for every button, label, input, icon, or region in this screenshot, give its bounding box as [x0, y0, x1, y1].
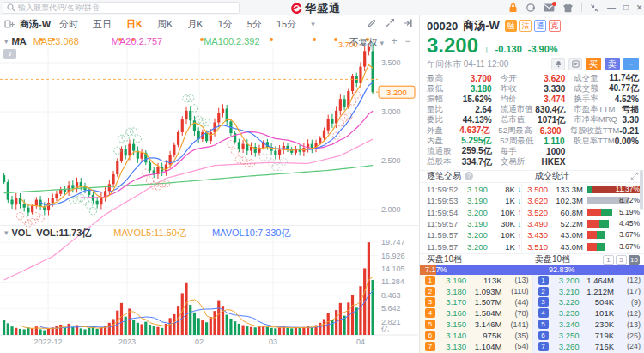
stock-tab-icon[interactable] — [4, 19, 15, 29]
stock-name: 商汤-W — [463, 18, 500, 33]
more-periods-caret-icon[interactable]: ▾ — [311, 20, 315, 28]
ask-row[interactable]: 23.2101.212M(17) — [533, 286, 644, 297]
dist-row[interactable]: 3.620102.3M8.72% — [527, 195, 641, 206]
draw-tool-icon[interactable] — [367, 18, 377, 28]
level-badge: 3 — [425, 297, 435, 307]
ask-row[interactable]: 73.260716K(24) — [533, 341, 644, 352]
tick-trades-title[interactable]: 逐笔交易 — [427, 170, 461, 182]
sell-button[interactable]: 卖 — [605, 58, 620, 70]
bid-row[interactable]: 33.1701.507M(44) — [420, 296, 532, 307]
remove-watchlist-button[interactable]: − — [623, 58, 639, 70]
trade-row[interactable]: 11:59:533.1901K↓ — [427, 195, 521, 206]
price-alert-button[interactable] — [551, 58, 565, 70]
maximize-button[interactable]: □ — [623, 0, 629, 15]
bid-row[interactable]: 63.140975K(35) — [420, 330, 532, 341]
minimize-button[interactable]: — — [607, 0, 616, 15]
vol-collapse-caret-icon[interactable]: ▾ — [4, 228, 9, 237]
search-input[interactable] — [18, 3, 235, 12]
tab-1分[interactable]: 1分 — [218, 18, 233, 31]
zoom-out-button[interactable]: − — [403, 35, 413, 47]
trade-stats-title[interactable]: 成交统计 — [535, 170, 569, 182]
stat-cell: 今开3.620 — [501, 73, 574, 84]
adjust-mode-dropdown[interactable]: 不复权 ▾ — [349, 36, 384, 49]
restore-layout-icon[interactable] — [590, 3, 599, 13]
chart-pane: 商汤-W 分时五日日K周K月K1分5分15分 ▾ ▾ MA MA5:3.068 … — [0, 15, 418, 353]
stat-value: 0.00% — [615, 137, 639, 146]
indicator-collapse-chip[interactable]: ∨ — [3, 49, 16, 59]
buy-button[interactable]: 买 — [586, 58, 601, 70]
dist-row[interactable]: 3.49052.2M4.45% — [527, 218, 641, 229]
stat-label: 总股本 — [427, 156, 452, 167]
dist-bar: 4.45% — [587, 220, 641, 228]
ask-levels[interactable]: 13.2001.464M(12)23.2101.212M(17)33.22050… — [532, 275, 644, 353]
bid-levels[interactable]: 13.190113K(13)23.1801.093M(110)33.1701.5… — [420, 275, 532, 353]
tick-trades-list[interactable]: 11:59:523.1908K↓11:59:533.1901K↓11:59:54… — [420, 183, 521, 253]
ask-price: 3.210 — [552, 287, 580, 296]
bid-row[interactable]: 53.1503.146M(141) — [420, 319, 532, 330]
dist-volume: 60.8M — [561, 208, 583, 217]
ask-row[interactable]: 53.240230K(13) — [533, 319, 644, 330]
stat-cell: 每手1000 — [501, 146, 574, 157]
bid-row[interactable]: 73.1301.104M(54) — [420, 341, 532, 352]
bid-price: 3.180 — [439, 287, 466, 296]
expand-stats-icon[interactable] — [630, 172, 639, 180]
support-icon[interactable] — [526, 3, 536, 13]
ask-price: 3.250 — [552, 331, 580, 340]
bid-row[interactable]: 13.190113K(13) — [420, 275, 532, 286]
stat-value: 3.700 — [471, 74, 492, 83]
tab-分时[interactable]: 分时 — [59, 18, 78, 31]
theme-skin-icon[interactable] — [562, 3, 574, 13]
dist-bar-sell — [587, 231, 597, 239]
ask-row[interactable]: 33.220504K(9) — [533, 296, 644, 307]
tab-5分[interactable]: 5分 — [247, 18, 262, 31]
stock-code: 00020 — [427, 20, 458, 33]
notes-button[interactable] — [568, 58, 582, 70]
trade-row[interactable]: 11:59:523.1908K↓ — [427, 184, 521, 195]
dist-row[interactable]: 3.43043.0M3.67% — [527, 229, 641, 240]
tab-15分[interactable]: 15分 — [276, 18, 296, 31]
tab-日K[interactable]: 日K — [126, 18, 143, 31]
stock-search[interactable] — [3, 2, 240, 14]
stat-label: 每手 — [501, 146, 517, 157]
dist-row[interactable]: 3.51043.0M3.67% — [527, 241, 641, 253]
ma-collapse-caret-icon[interactable]: ▾ — [4, 37, 9, 46]
level-badge: 1 — [538, 276, 549, 285]
stats-row: 总股本334.7亿交易所HKEX — [427, 157, 641, 167]
dist-row[interactable]: 3.52060.8M5.19% — [527, 206, 641, 217]
trade-stats-list[interactable]: 3.500133.3M11.37%3.620102.3M8.72%3.52060… — [521, 183, 644, 253]
app-logo: 华盛通 — [290, 1, 341, 16]
quote-stats-grid: 最高3.700今开3.620成交量11.74亿最低3.180昨收3.330成交额… — [420, 71, 644, 167]
dock-panel-icon[interactable] — [403, 18, 413, 28]
close-button[interactable]: × — [636, 0, 642, 15]
panel-scrollbar[interactable] — [640, 170, 643, 210]
dist-volume: 102.3M — [556, 196, 583, 205]
depth-button-10[interactable]: 10 — [629, 255, 640, 265]
lock-icon[interactable] — [508, 3, 518, 13]
bid-row[interactable]: 23.1801.093M(110) — [420, 286, 532, 297]
adjust-mode-label: 不复权 — [349, 36, 377, 49]
stat-value: 334.7亿 — [462, 156, 492, 168]
tab-周K[interactable]: 周K — [157, 18, 173, 31]
depth-button-1[interactable]: 1 — [603, 255, 614, 265]
trade-row[interactable]: 11:59:543.20010K↑ — [427, 206, 521, 217]
stat-cell: 振幅15.62% — [427, 94, 501, 105]
stat-label: 昨收 — [501, 83, 517, 94]
trade-row[interactable]: 11:59:573.19030K↓ — [427, 218, 521, 229]
stat-cell: 总股本334.7亿 — [427, 156, 501, 168]
help-icon[interactable]: ? — [465, 172, 473, 180]
zoom-in-button[interactable]: + — [389, 35, 399, 47]
ask-row[interactable]: 13.2001.464M(12) — [533, 275, 644, 286]
ask-row[interactable]: 43.230101K(12) — [533, 307, 644, 319]
depth-button-5[interactable]: 5 — [616, 255, 627, 265]
trade-row[interactable]: 11:59:573.20010K↑ — [427, 229, 521, 240]
ask-row[interactable]: 63.250719K(25) — [533, 330, 644, 341]
dist-bar: 8.72% — [587, 197, 641, 204]
bid-row[interactable]: 43.1601.584M(78) — [420, 307, 532, 319]
bid-price: 3.190 — [439, 276, 466, 285]
tab-五日[interactable]: 五日 — [93, 18, 112, 31]
dist-row[interactable]: 3.500133.3M11.37% — [527, 184, 641, 195]
trade-row[interactable]: 11:59:573.2001K↑ — [427, 241, 521, 253]
tab-月K[interactable]: 月K — [187, 18, 203, 31]
trade-time: 11:59:53 — [427, 196, 467, 205]
fullscreen-icon[interactable] — [385, 18, 395, 28]
